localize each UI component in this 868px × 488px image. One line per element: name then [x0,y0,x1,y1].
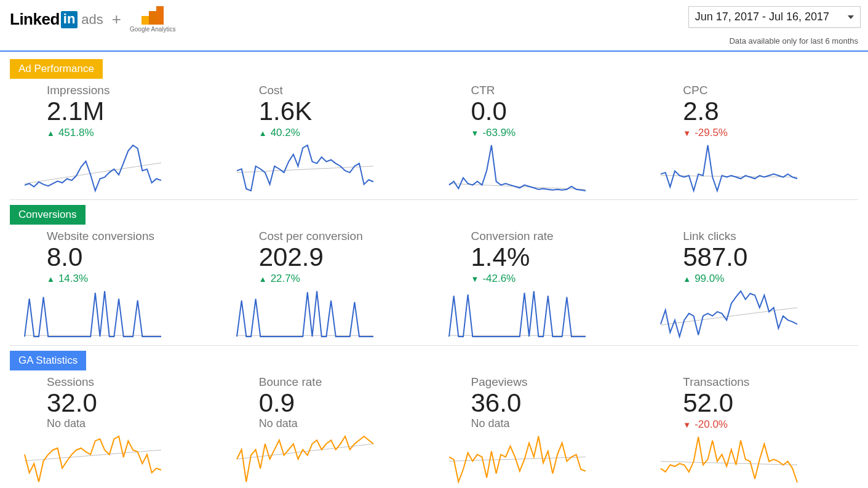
ga-label: Google Analytics [130,26,176,33]
metric-label: Website conversions [47,230,210,243]
linkedin-ads-logo: Linked in ads [10,10,103,29]
row-ad-performance: Impressions 2.1M ▲451.8% Cost 1.6K ▲40.2… [10,81,858,200]
metric-label: Impressions [47,84,210,97]
metric-delta: ▲40.2% [259,127,422,139]
metric-cpc: CPC 2.8 ▼-29.5% [646,81,858,196]
google-analytics-logo: Google Analytics [130,6,176,33]
sparkline-pageviews [447,434,634,487]
metric-value: 2.8 [683,98,846,124]
metric-website-conversions: Website conversions 8.0 ▲14.3% [10,227,222,342]
sparkline-bounce [234,434,422,487]
row-ga-statistics: Sessions 32.0 No data Bounce rate 0.9 No… [10,373,858,488]
metric-value: 587.0 [683,244,846,270]
sparkline-transactions [658,434,846,487]
metric-label: Sessions [47,375,210,389]
availability-note: Data available only for last 6 months [0,33,868,50]
section-tag-conversions: Conversions [10,205,86,225]
metric-label: Cost [259,84,422,97]
metric-impressions: Impressions 2.1M ▲451.8% [10,81,222,196]
metric-delta: ▼-20.0% [683,418,846,431]
sparkline-ctr [447,143,634,196]
metric-delta: ▼-63.9% [471,127,634,139]
metric-label: Conversion rate [471,230,634,243]
section-tag-ad-performance: Ad Performance [10,59,103,79]
metric-label: Transactions [683,375,846,389]
metric-nodata: No data [471,417,634,430]
arrow-down-icon: ▼ [683,129,691,138]
metric-value: 0.0 [471,98,634,124]
metric-value: 1.4% [471,244,634,270]
plus-icon: + [112,10,121,29]
metric-transactions: Transactions 52.0 ▼-20.0% [646,373,858,487]
section-ad-performance: Ad Performance Impressions 2.1M ▲451.8% … [0,52,868,488]
metric-value: 1.6K [259,98,422,124]
sparkline-cpcv [234,289,422,342]
metric-delta: ▲14.3% [47,273,210,285]
metric-nodata: No data [47,417,210,430]
metric-value: 0.9 [259,390,422,416]
metric-value: 36.0 [471,390,634,416]
metric-conversion-rate: Conversion rate 1.4% ▼-42.6% [434,227,647,342]
logo-block: Linked in ads + Google Analytics [10,6,176,33]
metric-delta: ▲99.0% [683,273,846,285]
metric-label: Cost per conversion [259,230,422,243]
sparkline-convrate [447,289,634,342]
metric-bounce-rate: Bounce rate 0.9 No data [222,373,434,487]
arrow-up-icon: ▲ [259,129,267,138]
metric-label: Bounce rate [259,375,422,389]
date-range-text: Jun 17, 2017 - Jul 16, 2017 [695,10,829,23]
metric-cost-per-conversion: Cost per conversion 202.9 ▲22.7% [222,227,434,342]
metric-value: 2.1M [47,98,210,124]
metric-delta: ▼-29.5% [683,127,846,139]
sparkline-cost [234,143,422,196]
date-range-picker[interactable]: Jun 17, 2017 - Jul 16, 2017 [688,6,861,28]
sparkline-linkclicks [658,289,846,342]
metric-value: 32.0 [47,390,210,416]
metric-value: 8.0 [47,244,210,270]
arrow-up-icon: ▲ [47,274,55,284]
metric-cost: Cost 1.6K ▲40.2% [222,81,434,196]
arrow-down-icon: ▼ [683,420,691,430]
metric-sessions: Sessions 32.0 No data [10,373,222,487]
metric-delta: ▲22.7% [259,273,422,285]
sparkline-webconv [22,289,210,342]
header: Linked in ads + Google Analytics Jun 17,… [0,0,868,33]
sparkline-sessions [22,434,210,487]
row-conversions: Website conversions 8.0 ▲14.3% Cost per … [10,227,858,346]
metric-delta: ▲451.8% [47,127,210,139]
caret-down-icon [848,15,854,19]
ga-bars-icon [141,6,164,25]
arrow-up-icon: ▲ [47,129,55,138]
metric-label: Link clicks [683,230,846,243]
sparkline-cpc [658,143,846,196]
metric-nodata: No data [259,417,422,430]
sparkline-impressions [22,143,210,196]
linkedin-ads-text: ads [81,12,103,28]
arrow-up-icon: ▲ [683,274,691,284]
metric-pageviews: Pageviews 36.0 No data [434,373,647,487]
arrow-up-icon: ▲ [259,274,267,284]
metric-ctr: CTR 0.0 ▼-63.9% [434,81,647,196]
linkedin-in-icon: in [61,11,78,28]
metric-value: 52.0 [683,390,846,416]
arrow-down-icon: ▼ [471,274,479,284]
arrow-down-icon: ▼ [471,129,479,138]
metric-label: CPC [683,84,846,97]
metric-value: 202.9 [259,244,422,270]
section-tag-ga-statistics: GA Statistics [10,351,86,370]
metric-label: CTR [471,84,634,97]
metric-label: Pageviews [471,375,634,389]
metric-delta: ▼-42.6% [471,273,634,285]
linkedin-text: Linked [10,10,60,29]
metric-link-clicks: Link clicks 587.0 ▲99.0% [646,227,858,342]
